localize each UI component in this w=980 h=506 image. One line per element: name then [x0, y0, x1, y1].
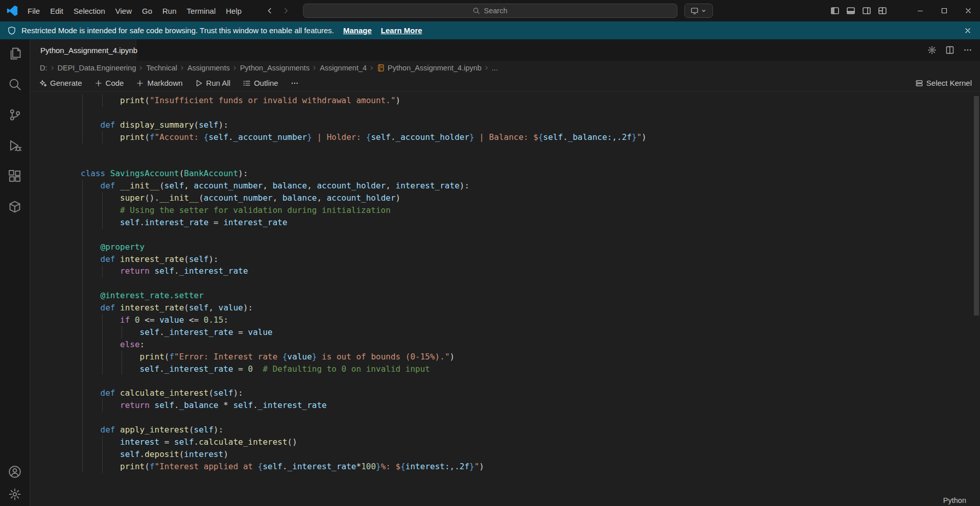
more-actions-button[interactable]	[291, 79, 299, 87]
code-line[interactable]: def apply_interest(self):	[81, 424, 980, 436]
notebook-cell-editor[interactable]: خمسات print("Insufficient funds or inval…	[30, 92, 980, 506]
scrollbar[interactable]	[973, 92, 980, 506]
markdown-button[interactable]: Markdown	[136, 79, 182, 87]
cell-language-picker[interactable]: Python	[943, 496, 966, 504]
activity-extensions-icon[interactable]	[8, 170, 21, 183]
minimize-button[interactable]	[908, 0, 932, 21]
close-icon[interactable]	[964, 27, 972, 35]
code-line[interactable]: return self._interest_rate	[81, 265, 980, 277]
code-line[interactable]: def display_summary(self):	[81, 119, 980, 131]
activity-search-icon[interactable]	[8, 78, 21, 91]
run-all-button[interactable]: Run All	[195, 79, 231, 87]
indent-guide	[82, 436, 83, 448]
code-token: account_number	[204, 193, 273, 203]
ellipsis-button[interactable]	[963, 45, 972, 55]
breadcrumb-item[interactable]: Python_Assignment_4.ipynb	[377, 64, 482, 72]
history-navigation	[266, 0, 290, 21]
code-token: _interest_rate	[179, 266, 248, 276]
breadcrumb-item[interactable]: Python_Assignments	[240, 64, 309, 72]
code-indent	[81, 388, 101, 398]
breadcrumb-item[interactable]: Assignments	[187, 64, 230, 72]
code-line[interactable]	[81, 375, 980, 387]
toggle-secondary-sidebar-button[interactable]	[862, 6, 871, 15]
back-icon[interactable]	[266, 7, 274, 15]
code-line[interactable]	[81, 412, 980, 424]
maximize-button[interactable]	[932, 0, 956, 21]
menu-view[interactable]: View	[110, 0, 137, 21]
split-editor-button[interactable]	[945, 45, 954, 55]
toggle-panel-button[interactable]	[846, 6, 855, 15]
settings-gear-button[interactable]	[927, 45, 937, 55]
chevron-right-icon	[179, 64, 186, 71]
activity-settings-gear-icon[interactable]	[8, 488, 21, 501]
code-line[interactable]: # Using the setter for validation during…	[81, 204, 980, 216]
toggle-sidebar-button[interactable]	[830, 6, 840, 15]
code-line[interactable]: class SavingsAccount(BankAccount):	[81, 167, 980, 180]
breadcrumb-item[interactable]: D:	[40, 64, 47, 72]
code-line[interactable]: def calculate_interest(self):	[81, 387, 980, 399]
menu-help[interactable]: Help	[221, 0, 247, 21]
breadcrumb-item[interactable]: DEPI_Data.Engineering	[58, 64, 136, 72]
manage-link[interactable]: Manage	[343, 26, 372, 35]
breadcrumb-item[interactable]: ...	[492, 64, 498, 72]
menu-file[interactable]: File	[22, 0, 45, 21]
code-line[interactable]	[81, 277, 980, 290]
menu-edit[interactable]: Edit	[45, 0, 68, 21]
code-line[interactable]: print("Insufficient funds or invalid wit…	[81, 94, 980, 107]
code-line[interactable]: super().__init__(account_number, balance…	[81, 192, 980, 204]
code-line[interactable]: else:	[81, 339, 980, 351]
menu-go[interactable]: Go	[137, 0, 157, 21]
code-line[interactable]: print(f"Interest applied at {self._inter…	[81, 461, 980, 473]
code-line[interactable]	[81, 155, 980, 167]
tab-python-assignment-4[interactable]: Python_Assignment_4.ipynb	[30, 39, 136, 61]
learn-more-link[interactable]: Learn More	[381, 26, 422, 35]
code-button[interactable]: Code	[94, 79, 124, 87]
code-line[interactable]: interest = self.calculate_interest()	[81, 436, 980, 448]
code-line[interactable]	[81, 229, 980, 241]
activity-package-icon[interactable]	[8, 200, 21, 213]
generate-button[interactable]: Generate	[39, 79, 82, 87]
code-line[interactable]: return self._balance * self._interest_ra…	[81, 399, 980, 412]
indent-guide	[102, 436, 103, 448]
select-kernel-label: Select Kernel	[926, 79, 972, 87]
activity-source-control-icon[interactable]	[8, 108, 21, 122]
code-line[interactable]	[81, 143, 980, 156]
select-kernel-button[interactable]: Select Kernel	[915, 79, 972, 87]
code-text: print(f"Interest applied at {self._inter…	[81, 462, 484, 471]
code-editor[interactable]: print("Insufficient funds or invalid wit…	[30, 92, 980, 473]
code-token	[105, 168, 110, 178]
forward-icon[interactable]	[282, 7, 290, 15]
code-line[interactable]: @property	[81, 241, 980, 253]
activity-files-icon[interactable]	[8, 47, 21, 60]
breadcrumb-item[interactable]: Assignment_4	[320, 64, 367, 72]
activity-debug-icon[interactable]	[8, 139, 21, 152]
command-center-search[interactable]: Search	[303, 4, 677, 18]
menu-terminal[interactable]: Terminal	[182, 0, 221, 21]
code-line[interactable]	[81, 107, 980, 119]
code-line[interactable]: self._interest_rate = 0 # Defaulting to …	[81, 363, 980, 375]
code-line[interactable]: self._interest_rate = value	[81, 326, 980, 339]
code-line[interactable]: print(f"Error: Interest rate {value} is …	[81, 351, 980, 363]
code-token: =	[233, 364, 248, 374]
code-line[interactable]: def interest_rate(self, value):	[81, 302, 980, 314]
code-line[interactable]: @interest_rate.setter	[81, 290, 980, 302]
code-line[interactable]: def __init__(self, account_number, balan…	[81, 180, 980, 192]
breadcrumb-item[interactable]: Technical	[146, 64, 177, 72]
code-text: print("Insufficient funds or invalid wit…	[81, 95, 400, 105]
code-token: | Holder:	[312, 132, 366, 142]
outline-button[interactable]: Outline	[243, 79, 278, 87]
activity-account-icon[interactable]	[8, 465, 21, 478]
code-token: ,	[273, 193, 282, 203]
code-line[interactable]: print(f"Account: {self._account_number} …	[81, 131, 980, 143]
window-action-button[interactable]	[684, 4, 713, 18]
code-line[interactable]: def interest_rate(self):	[81, 253, 980, 266]
code-token: self	[140, 327, 160, 337]
menu-run[interactable]: Run	[157, 0, 182, 21]
close-button[interactable]	[956, 0, 980, 21]
customize-layout-button[interactable]	[878, 6, 887, 15]
menu-selection[interactable]: Selection	[68, 0, 110, 21]
code-line[interactable]: if 0 <= value <= 0.15:	[81, 314, 980, 326]
code-line[interactable]: self.interest_rate = interest_rate	[81, 216, 980, 229]
scrollbar-thumb[interactable]	[974, 96, 979, 316]
code-line[interactable]: self.deposit(interest)	[81, 448, 980, 461]
